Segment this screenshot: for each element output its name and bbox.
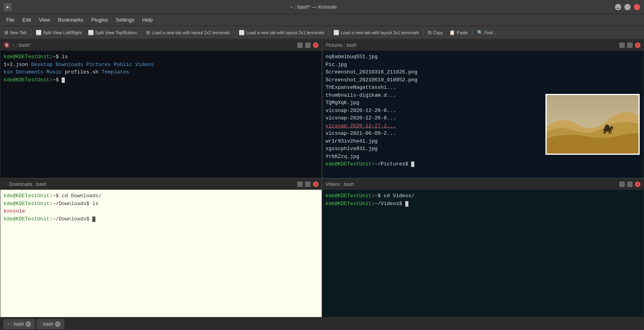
svg-rect-0	[617, 8, 620, 9]
tab-bash-1-label: ~ : bash	[7, 321, 24, 327]
split-tb-icon: ⬜	[88, 30, 94, 35]
pane-top-left-title: ~ : bash*	[12, 42, 31, 48]
pane-bottom-right[interactable]: Videos : bash ✕ kde@KDETestUnit:~$ cd Vi…	[322, 178, 644, 317]
layout-2x2-icon: ⊞	[146, 30, 150, 35]
split-tb-button[interactable]: ⬜ Split View Top/Bottom	[85, 29, 140, 37]
pane-bl-expand[interactable]	[305, 182, 311, 187]
close-button[interactable]	[634, 4, 640, 10]
toolbar-separator-5	[423, 29, 424, 37]
pane-top-right-controls: ✕	[619, 42, 640, 48]
titlebar-left: ▶	[4, 3, 12, 11]
toolbar-separator-6	[472, 29, 473, 37]
terminal-line: kde@KDETestUnit:~/Videos$	[326, 200, 640, 208]
paste-button[interactable]: 📋 Paste	[446, 29, 470, 37]
menu-view[interactable]: View	[36, 16, 53, 24]
menubar: File Edit View Bookmarks Plugins Setting…	[0, 14, 644, 26]
pane-bl-detach[interactable]	[297, 182, 303, 187]
svg-point-7	[605, 125, 609, 130]
pane-br-close[interactable]: ✕	[635, 182, 640, 187]
app-icon: ▶	[4, 3, 12, 11]
speaker-icon-bl: ■	[4, 181, 7, 187]
pane-bottom-left-titlebar: ■ Downloads : bash ✕	[0, 179, 322, 190]
desert-preview-svg	[547, 95, 640, 155]
pane-bottom-left[interactable]: ■ Downloads : bash ✕ kde@KDETestUnit:~$ …	[0, 178, 322, 317]
search-icon: 🔍	[477, 30, 483, 35]
menu-edit[interactable]: Edit	[19, 16, 34, 24]
terminal-line: bin Documents Music profiles.sh Template…	[4, 68, 318, 76]
pane-top-right-close[interactable]: ✕	[635, 42, 640, 48]
pane-top-right-title-left: Pictures : bash	[326, 42, 357, 48]
tab-bash-2-close[interactable]: ✕	[55, 321, 60, 327]
svg-rect-6	[604, 130, 604, 134]
window-title: ~ : bash* — Konsole	[290, 4, 337, 10]
terminal-line: Screenshot_20210619_010952.png	[326, 76, 640, 84]
speaker-icon: 🔇	[4, 42, 10, 48]
pane-expand-button[interactable]	[305, 42, 311, 48]
toolbar: ⊞ New Tab ⬜ Split View Left/Right ⬜ Spli…	[0, 26, 644, 39]
terminal-line: Pic.jpg	[326, 61, 640, 69]
menu-help[interactable]: Help	[139, 16, 156, 24]
pane-top-right-detach[interactable]	[619, 42, 625, 48]
pane-bottom-left-controls: ✕	[297, 182, 318, 187]
terminal-line: ThExpanseNagattasshi...	[326, 84, 640, 92]
find-button[interactable]: 🔍 Find...	[474, 29, 499, 37]
pane-detach-button[interactable]	[297, 42, 303, 48]
new-tab-button[interactable]: ⊞ New Tab	[2, 29, 29, 37]
pane-close-button[interactable]: ✕	[313, 42, 318, 48]
new-tab-icon: ⊞	[4, 30, 8, 35]
tab-bash-2[interactable]: : bash ✕	[37, 319, 64, 329]
toolbar-separator-3	[234, 29, 234, 37]
minimize-button[interactable]	[615, 4, 621, 10]
paste-icon: 📋	[449, 30, 455, 35]
layout-2x2-button[interactable]: ⊞ Load a new tab with layout 2x2 termina…	[143, 29, 232, 37]
pane-title-right-controls: ✕	[297, 42, 318, 48]
layout-2x1-icon-1: ⬜	[239, 30, 245, 35]
tabbar: ~ : bash ✕ : bash ✕	[0, 317, 644, 330]
terminal-area: 🔇 ~ : bash* ✕ kde@KDETestUnit:~$ ls 1+2.…	[0, 39, 644, 317]
pane-top-right[interactable]: Pictures : bash ✕ nq6abmlbuq551.jpg Pic.…	[322, 39, 644, 178]
pane-top-right-content[interactable]: nq6abmlbuq551.jpg Pic.jpg Screenshot_202…	[322, 51, 644, 178]
menu-file[interactable]: File	[3, 16, 18, 24]
pane-top-right-expand[interactable]	[627, 42, 633, 48]
copy-button[interactable]: ⧉ Copy	[425, 29, 446, 37]
titlebar: ▶ ~ : bash* — Konsole	[0, 0, 644, 14]
pane-bottom-left-title: Downloads : bash	[9, 182, 46, 187]
pane-bottom-right-controls: ✕	[619, 182, 640, 187]
pane-top-left-content[interactable]: kde@KDETestUnit:~$ ls 1+2.json Desktop D…	[0, 51, 322, 178]
tab-bash-1[interactable]: ~ : bash ✕	[3, 319, 35, 329]
terminal-line: kde@KDETestUnit:~$	[4, 76, 318, 84]
pane-bottom-right-titlebar: Videos : bash ✕	[322, 179, 644, 190]
pane-br-expand[interactable]	[627, 182, 633, 187]
toolbar-separator-2	[141, 29, 142, 37]
pane-top-left[interactable]: 🔇 ~ : bash* ✕ kde@KDETestUnit:~$ ls 1+2.…	[0, 39, 322, 178]
layout-2x1-button-1[interactable]: ⬜ Load a new tab with layout 2x1 termina…	[236, 29, 327, 37]
menu-settings[interactable]: Settings	[113, 16, 137, 24]
pane-bottom-left-title-left: ■ Downloads : bash	[4, 181, 46, 187]
terminal-line: 1+2.json Desktop Downloads Pictures Publ…	[4, 61, 318, 69]
tab-bash-1-close[interactable]: ✕	[26, 321, 31, 327]
terminal-line: kde@KDETestUnit:~$ cd Downloads/	[4, 192, 318, 200]
terminal-line: konsole	[4, 207, 318, 215]
split-lr-icon: ⬜	[36, 30, 42, 35]
pane-bottom-right-content[interactable]: kde@KDETestUnit:~$ cd Videos/ kde@KDETes…	[322, 190, 644, 317]
svg-rect-3	[605, 130, 606, 134]
menu-bookmarks[interactable]: Bookmarks	[55, 16, 86, 24]
pane-br-detach[interactable]	[619, 182, 625, 187]
split-lr-button[interactable]: ⬜ Split View Left/Right	[33, 29, 84, 37]
menu-plugins[interactable]: Plugins	[88, 16, 111, 24]
terminal-line: Screenshot_20210316_211826.png	[326, 68, 640, 76]
maximize-button[interactable]	[624, 4, 631, 10]
toolbar-separator-1	[31, 29, 31, 37]
pane-bottom-right-title-left: Videos : bash	[326, 182, 354, 187]
pane-title-left: 🔇 ~ : bash*	[4, 42, 31, 48]
svg-rect-9	[612, 127, 613, 130]
pane-bottom-left-content[interactable]: kde@KDETestUnit:~$ cd Downloads/ kde@KDE…	[0, 190, 322, 317]
image-preview	[545, 94, 640, 155]
terminal-line: kde@KDETestUnit:~/Downloads$ ls	[4, 200, 318, 208]
pane-bl-close[interactable]: ✕	[313, 182, 318, 187]
layout-2x1-button-2[interactable]: ⬜ Load a new tab with layout 2x1 termina…	[331, 29, 422, 37]
pane-top-left-titlebar: 🔇 ~ : bash* ✕	[0, 40, 322, 51]
terminal-line: kde@KDETestUnit:~/Pictures$	[326, 160, 640, 168]
terminal-line: nq6abmlbuq551.jpg	[326, 53, 640, 61]
pane-top-right-title: Pictures : bash	[326, 42, 357, 48]
